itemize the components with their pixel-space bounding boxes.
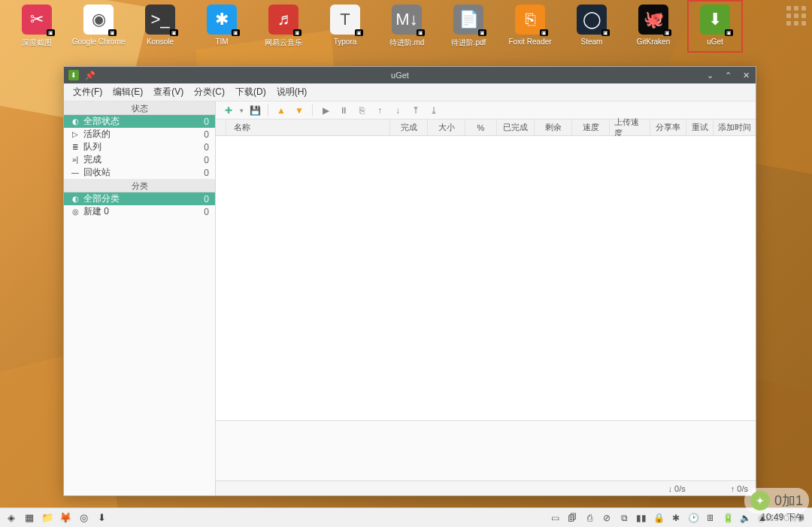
col-percent[interactable]: % — [465, 120, 497, 135]
status-item[interactable]: ◐全部状态0 — [64, 115, 215, 128]
tray-icon-8[interactable]: 🕑 — [687, 512, 699, 524]
menu-item[interactable]: 下载(D) — [231, 84, 271, 100]
desktop-icon-typora[interactable]: T▣Typora — [322, 5, 368, 48]
app-icon: >_▣ — [145, 5, 175, 35]
taskbar-launcher-5[interactable]: ⬇ — [95, 511, 108, 525]
menu-item[interactable]: 编辑(E) — [108, 84, 147, 100]
col-speed[interactable]: 速度 — [572, 120, 610, 135]
status-icon: ▷ — [70, 130, 80, 138]
move-up-button[interactable]: ↑ — [373, 104, 386, 117]
desktop-icon-tim[interactable]: ✱▣TIM — [198, 5, 245, 48]
status-label: 活跃的 — [83, 128, 204, 141]
pin-icon[interactable]: 📌 — [85, 71, 95, 80]
menu-item[interactable]: 说明(H) — [272, 84, 312, 100]
link-badge-icon: ▣ — [601, 29, 610, 36]
status-label: 全部状态 — [83, 115, 204, 128]
menu-item[interactable]: 分类(C) — [189, 84, 229, 100]
desktop-icon--pdf[interactable]: 📄▣待进阶.pdf — [445, 5, 492, 48]
menu-item[interactable]: 查看(V) — [149, 84, 188, 100]
pause-all-button[interactable]: ▼ — [292, 104, 306, 117]
desktop-icon-label: 网易云音乐 — [265, 38, 302, 48]
desktop-icon--[interactable]: ♬▣网易云音乐 — [260, 5, 307, 48]
desktop-icon-steam[interactable]: ◯▣Steam — [568, 5, 615, 48]
desktop-icon-konsole[interactable]: >_▣Konsole — [137, 5, 183, 48]
status-label: 完成 — [83, 153, 204, 166]
status-count: 0 — [204, 142, 211, 153]
app-icon: 🐙▣ — [638, 5, 668, 35]
status-icon: ≣ — [70, 143, 80, 151]
col-name[interactable]: 名称 — [226, 120, 390, 135]
tray-icon-3[interactable]: ⊘ — [601, 512, 613, 524]
menu-item[interactable]: 文件(F) — [68, 84, 107, 100]
app-icon: ✱▣ — [207, 5, 237, 35]
col-share-ratio[interactable]: 分享率 — [650, 120, 686, 135]
start-button[interactable]: ▶ — [319, 104, 332, 117]
move-down-button[interactable]: ↓ — [391, 104, 404, 117]
move-top-button[interactable]: ⤒ — [409, 104, 423, 117]
minimize-button[interactable]: ⌄ — [704, 71, 715, 80]
desktop-icon-google-chrome[interactable]: ◉▣Google Chrome — [75, 5, 122, 48]
taskbar-launcher-2[interactable]: 📁 — [41, 511, 54, 525]
link-badge-icon: ▣ — [232, 29, 240, 36]
status-item[interactable]: ≣队列0 — [64, 141, 215, 153]
tray-icon-11[interactable]: 🔈 — [739, 512, 751, 524]
tray-icon-1[interactable]: 🗐 — [566, 512, 578, 524]
maximize-button[interactable]: ⌃ — [723, 71, 733, 80]
start-all-button[interactable]: ▲ — [274, 104, 288, 117]
close-button[interactable]: ✕ — [741, 71, 751, 80]
tray-icon-7[interactable]: ✱ — [670, 512, 682, 524]
desktop-icon--md[interactable]: M↓▣待进阶.md — [383, 5, 430, 48]
dropdown-icon[interactable]: ▾ — [240, 107, 244, 114]
col-retry[interactable]: 重试 — [686, 120, 714, 135]
col-upload-speed[interactable]: 上传速度 — [610, 120, 650, 135]
col-size[interactable]: 大小 — [428, 120, 465, 135]
taskbar-launcher-3[interactable]: 🦊 — [59, 511, 72, 525]
tray-icon-10[interactable]: 🔋 — [722, 512, 734, 524]
app-icon: ◉▣ — [83, 5, 114, 35]
link-badge-icon: ▣ — [417, 29, 425, 36]
category-item[interactable]: ◎新建 00 — [64, 205, 215, 218]
properties-button[interactable]: ⎘ — [355, 104, 368, 117]
desktop-icon--[interactable]: ✂▣深度截图 — [14, 5, 60, 48]
status-item[interactable]: —回收站0 — [64, 166, 215, 179]
downloads-table-header: 名称 完成 大小 % 已完成 剩余 速度 上传速度 分享率 重试 添加时间 — [216, 120, 756, 136]
pause-button[interactable]: ⏸ — [337, 104, 350, 117]
col-added-time[interactable]: 添加时间 — [714, 120, 756, 135]
window-titlebar[interactable]: ⬇ 📌 uGet ⌄ ⌃ ✕ — [64, 67, 756, 83]
category-count: 0 — [204, 194, 211, 204]
taskbar-launcher-1[interactable]: ▦ — [23, 511, 36, 525]
col-completed[interactable]: 已完成 — [497, 120, 535, 135]
desktop-icon-label: Foxit Reader — [508, 38, 551, 46]
desktop-icon-foxit-reader[interactable]: ⎘▣Foxit Reader — [507, 5, 553, 48]
tray-icon-0[interactable]: ▭ — [549, 512, 561, 524]
taskbar-launcher-0[interactable]: ◈ — [5, 511, 18, 525]
app-icon: ✂▣ — [22, 5, 52, 35]
desktop-icon-label: Typora — [334, 38, 357, 46]
watermark: ✦ 0加1 — [744, 488, 809, 513]
desktop-icon-uget[interactable]: ⬇▣uGet — [692, 5, 738, 48]
save-button[interactable]: 💾 — [248, 104, 262, 117]
new-download-button[interactable]: ✚ — [222, 104, 235, 117]
app-grid-icon[interactable] — [786, 6, 806, 26]
tray-icon-2[interactable]: ⎙ — [583, 512, 595, 524]
category-item[interactable]: ◐全部分类0 — [64, 192, 215, 205]
status-item[interactable]: ▷活跃的0 — [64, 128, 215, 141]
col-row[interactable] — [216, 120, 226, 135]
app-icon: ♬▣ — [268, 5, 298, 35]
status-label: 回收站 — [83, 166, 204, 179]
tray-icon-9[interactable]: 🗏 — [704, 512, 717, 524]
taskbar-launcher-4[interactable]: ◎ — [77, 511, 90, 525]
col-done[interactable]: 完成 — [390, 120, 428, 135]
status-icon: — — [70, 168, 80, 177]
move-bottom-button[interactable]: ⤓ — [427, 104, 441, 117]
tray-icon-6[interactable]: 🔒 — [653, 512, 665, 524]
desktop-icon-label: Google Chrome — [72, 38, 126, 46]
status-item[interactable]: »|完成0 — [64, 153, 215, 166]
tray-icon-4[interactable]: ⧉ — [618, 512, 630, 524]
desktop-icon-gitkraken[interactable]: 🐙▣GitKraken — [630, 5, 677, 48]
col-remaining[interactable]: 剩余 — [535, 120, 572, 135]
tray-icon-5[interactable]: ▮▮ — [635, 512, 647, 524]
window-title: uGet — [95, 71, 704, 80]
menu-bar: 文件(F)编辑(E)查看(V)分类(C)下载(D)说明(H) — [64, 83, 756, 101]
link-badge-icon: ▣ — [293, 29, 301, 36]
